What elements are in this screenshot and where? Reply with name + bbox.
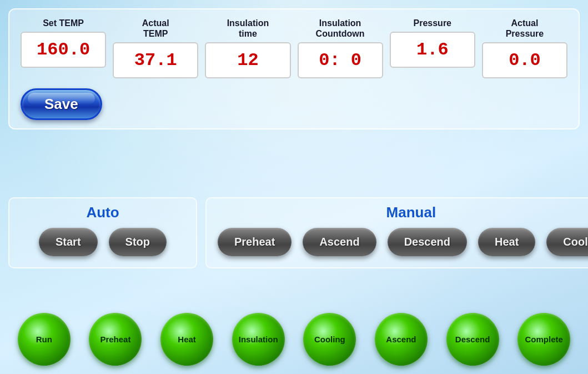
manual-panel-title: Manual (218, 204, 588, 221)
field-label-insulation-time: Insulation time (227, 18, 269, 39)
green-circle-cooling-indicator[interactable]: Cooling (303, 313, 356, 366)
field-group-insulation-countdown: Insulation Countdown0: 0 (298, 18, 383, 78)
field-label-insulation-countdown: Insulation Countdown (316, 18, 365, 39)
status-indicator-heat-indicator: Heat (160, 313, 213, 366)
field-group-set-temp: Set TEMP160.0 (21, 18, 106, 68)
field-group-actual-temp: Actual TEMP37.1 (113, 18, 198, 78)
field-label-pressure: Pressure (414, 18, 452, 28)
field-value-insulation-time[interactable]: 12 (205, 42, 290, 78)
manual-panel-buttons: PreheatAscendDescendHeatCool (218, 228, 588, 256)
auto-panel-buttons: StartStop (21, 228, 185, 256)
field-value-actual-temp[interactable]: 37.1 (113, 42, 198, 78)
field-label-set-temp: Set TEMP (43, 18, 84, 28)
status-indicator-insulation-indicator: Insulation (232, 313, 285, 366)
green-circle-ascend-indicator[interactable]: Ascend (375, 313, 428, 366)
fields-row: Set TEMP160.0Actual TEMP37.1Insulation t… (21, 18, 567, 78)
green-circle-complete-indicator[interactable]: Complete (517, 313, 570, 366)
cool-btn[interactable]: Cool (546, 228, 588, 256)
green-circle-run-indicator[interactable]: Run (18, 313, 71, 366)
field-group-pressure: Pressure1.6 (390, 18, 475, 68)
field-value-insulation-countdown[interactable]: 0: 0 (298, 42, 383, 78)
field-value-set-temp[interactable]: 160.0 (21, 32, 106, 68)
status-indicator-run-indicator: Run (18, 313, 71, 366)
field-label-actual-temp: Actual TEMP (142, 18, 169, 39)
field-value-actual-pressure[interactable]: 0.0 (482, 42, 567, 78)
field-label-actual-pressure: Actual Pressure (506, 18, 544, 39)
status-indicator-descend-indicator: Descend (446, 313, 499, 366)
top-panel: Set TEMP160.0Actual TEMP37.1Insulation t… (8, 8, 580, 129)
field-group-actual-pressure: Actual Pressure0.0 (482, 18, 567, 78)
green-circle-heat-indicator[interactable]: Heat (160, 313, 213, 366)
status-indicator-ascend-indicator: Ascend (375, 313, 428, 366)
green-circle-descend-indicator[interactable]: Descend (446, 313, 499, 366)
auto-panel: Auto StartStop (8, 197, 197, 268)
ascend-btn[interactable]: Ascend (303, 228, 376, 256)
middle-section: Auto StartStop Manual PreheatAscendDesce… (8, 197, 580, 268)
status-row: RunPreheatHeatInsulationCoolingAscendDes… (8, 313, 580, 366)
status-indicator-preheat-indicator: Preheat (89, 313, 142, 366)
green-circle-preheat-indicator[interactable]: Preheat (89, 313, 142, 366)
green-circle-insulation-indicator[interactable]: Insulation (232, 313, 285, 366)
heat-btn[interactable]: Heat (478, 228, 535, 256)
preheat-btn[interactable]: Preheat (218, 228, 292, 256)
status-indicator-complete-indicator: Complete (517, 313, 570, 366)
field-group-insulation-time: Insulation time12 (205, 18, 290, 78)
field-value-pressure[interactable]: 1.6 (390, 32, 475, 68)
save-button[interactable]: Save (21, 88, 102, 120)
start-btn[interactable]: Start (39, 228, 98, 256)
manual-panel: Manual PreheatAscendDescendHeatCool (205, 197, 588, 268)
stop-btn[interactable]: Stop (109, 228, 167, 256)
auto-panel-title: Auto (21, 204, 185, 221)
descend-btn[interactable]: Descend (388, 228, 467, 256)
status-indicator-cooling-indicator: Cooling (303, 313, 356, 366)
